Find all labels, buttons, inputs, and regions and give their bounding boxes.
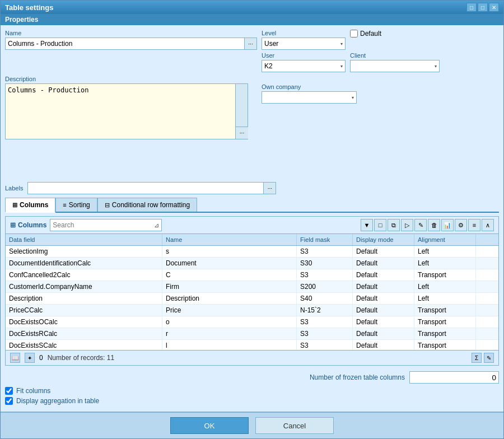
toolbar-copy-btn[interactable]: ⧉ [388, 219, 400, 231]
labels-input-wrap: ··· [27, 182, 276, 194]
fit-columns-item: Fit columns [5, 387, 499, 395]
cell-name: l [162, 340, 297, 350]
columns-tab-icon: ⊞ [12, 202, 17, 209]
cell-field-mask: S200 [297, 281, 353, 292]
table-row[interactable]: ConfCancelled2Calc C S3 Default Transpor… [6, 269, 498, 281]
cell-field-mask: S3 [297, 246, 353, 257]
toolbar-chart-btn[interactable]: 📊 [441, 219, 454, 231]
toolbar-icons: ▼ □ ⧉ ▷ ✎ 🗑 📊 ⚙ ≡ ∧ [361, 219, 494, 231]
name-input-wrap: ··· [5, 38, 257, 50]
cell-field-mask: S3 [297, 269, 353, 281]
cell-data-field: PriceCCalc [6, 305, 162, 316]
fit-columns-checkbox[interactable] [5, 387, 13, 395]
dialog-footer: OK Cancel [1, 412, 503, 438]
display-aggregation-label: Display aggregation in table [16, 397, 99, 405]
fit-columns-label: Fit columns [16, 387, 50, 395]
client-dropdown[interactable]: ▾ [350, 60, 440, 72]
labels-row: Labels ··· [5, 182, 499, 194]
name-input[interactable] [5, 38, 245, 50]
cell-alignment: Left [414, 258, 476, 269]
cell-field-mask: S30 [297, 258, 353, 269]
toolbar-run-btn[interactable]: ▷ [401, 219, 413, 231]
toolbar-delete-btn[interactable]: 🗑 [428, 219, 440, 231]
name-group: Name ··· [5, 30, 257, 72]
footer-edit-icon[interactable]: ✎ [484, 353, 494, 363]
user-group: User K2 ▾ [262, 52, 346, 72]
level-dropdown[interactable]: User ▾ [262, 38, 346, 50]
level-group: Level User ▾ [262, 30, 346, 50]
col-header-data-field: Data field [6, 234, 162, 245]
table-row[interactable]: DocExistsOCalc o S3 Default Transport [6, 316, 498, 328]
cell-data-field: DocExistsOCalc [6, 316, 162, 328]
own-company-label: Own company [262, 83, 357, 90]
col-header-alignment: Alignment [414, 234, 476, 245]
toolbar-edit-btn[interactable]: ✎ [414, 219, 427, 231]
cell-display-mode: Default [353, 316, 414, 328]
tab-columns-label: Columns [20, 201, 48, 209]
ok-button[interactable]: OK [170, 417, 249, 434]
cell-display-mode: Default [353, 293, 414, 304]
columns-panel-title: ⊞ Columns [10, 221, 46, 229]
maximize-button[interactable]: □ [478, 3, 488, 12]
labels-input[interactable] [27, 182, 264, 194]
cancel-button[interactable]: Cancel [255, 417, 334, 434]
cell-data-field: ConfCancelled2Calc [6, 269, 162, 281]
search-filter-icon: ⊿ [154, 222, 159, 229]
tab-sorting[interactable]: ≡ Sorting [55, 198, 97, 212]
records-label: Number of records: 11 [48, 354, 114, 362]
table-footer: 📖 ✦ 0 Number of records: 11 Σ ✎ [6, 350, 498, 365]
table-row[interactable]: Description Description S40 Default Left [6, 293, 498, 305]
cell-field-mask: N-15`2 [297, 305, 353, 316]
labels-ellipsis-button[interactable]: ··· [264, 182, 276, 194]
cell-name: s [162, 246, 297, 257]
frozen-input[interactable] [409, 371, 499, 384]
footer-book-icon[interactable]: 📖 [10, 353, 20, 363]
table-row[interactable]: DocumentIdentificationCalc Document S30 … [6, 258, 498, 269]
tab-conditional[interactable]: ⊟ Conditional row formatting [97, 198, 197, 212]
search-input[interactable] [53, 221, 154, 229]
cell-data-field: DocExistsRCalc [6, 328, 162, 339]
main-content: Name ··· Level User ▾ [1, 25, 503, 412]
default-checkbox[interactable] [350, 30, 358, 38]
name-ellipsis-button[interactable]: ··· [245, 38, 257, 50]
tab-sorting-label: Sorting [69, 201, 90, 209]
client-group: Client ▾ [350, 52, 440, 72]
toolbar-settings-btn[interactable]: ⚙ [455, 219, 467, 231]
user-dropdown[interactable]: K2 ▾ [262, 60, 346, 72]
cell-display-mode: Default [353, 269, 414, 281]
table-row[interactable]: DocExistsSCalc l S3 Default Transport [6, 340, 498, 350]
toolbar-collapse-btn[interactable]: ∧ [482, 219, 494, 231]
toolbar-new-btn[interactable]: □ [374, 219, 386, 231]
cell-name: C [162, 269, 297, 281]
cell-alignment: Left [414, 293, 476, 304]
cell-alignment: Transport [414, 340, 476, 350]
toolbar-dropdown-btn[interactable]: ▼ [361, 219, 373, 231]
table-row[interactable]: PriceCCalc Price N-15`2 Default Transpor… [6, 305, 498, 316]
cell-name: r [162, 328, 297, 339]
footer-star-icon[interactable]: ✦ [25, 353, 35, 363]
own-company-group: Own company ▾ [262, 83, 357, 179]
default-label: Default [360, 30, 381, 38]
toolbar-list-btn[interactable]: ≡ [468, 219, 480, 231]
cell-name: Firm [162, 281, 297, 292]
search-box[interactable]: ⊿ [50, 219, 162, 231]
footer-sum-icon[interactable]: Σ [472, 353, 482, 363]
title-controls: □ □ ✕ [466, 3, 499, 12]
close-button[interactable]: ✕ [489, 3, 499, 12]
table-row[interactable]: CustomerId.CompanyName Firm S200 Default… [6, 281, 498, 293]
minimize-button[interactable]: □ [466, 3, 477, 12]
tab-columns[interactable]: ⊞ Columns [5, 198, 55, 213]
table-row[interactable]: DocExistsRCalc r S3 Default Transport [6, 328, 498, 340]
display-aggregation-checkbox[interactable] [5, 397, 13, 405]
client-dropdown-arrow: ▾ [435, 64, 437, 69]
window-title: Table settings [5, 3, 53, 12]
own-company-dropdown[interactable]: ▾ [262, 91, 357, 104]
cell-alignment: Left [414, 246, 476, 257]
description-ellipsis-button[interactable]: ··· [236, 127, 248, 139]
level-section: Level User ▾ Default User [262, 30, 499, 72]
conditional-tab-icon: ⊟ [105, 202, 110, 209]
table-row[interactable]: SelectionImg s S3 Default Left [6, 246, 498, 258]
description-textarea[interactable]: Columns - Production [5, 83, 236, 139]
cell-display-mode: Default [353, 281, 414, 292]
cell-alignment: Transport [414, 316, 476, 328]
